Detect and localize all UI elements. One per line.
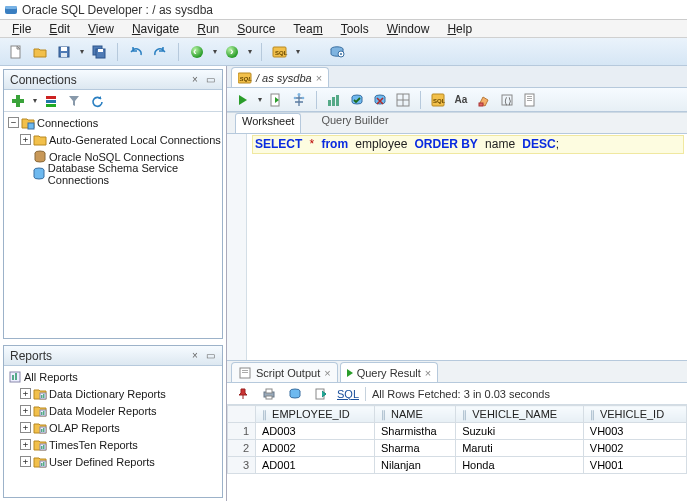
expand-icon[interactable]: + <box>20 134 31 145</box>
table-row[interactable]: 1AD003SharmisthaSuzukiVH003 <box>228 423 687 440</box>
sql-editor[interactable]: SELECT * from employee ORDER BY name DES… <box>227 134 687 361</box>
connections-root[interactable]: − Connections <box>4 114 222 131</box>
undo-button[interactable] <box>126 42 146 62</box>
fetch-button[interactable] <box>311 384 331 404</box>
cell[interactable]: Honda <box>456 457 584 474</box>
sql-worksheet-dropdown[interactable]: ▾ <box>294 42 301 62</box>
sql-link[interactable]: SQL <box>337 388 359 400</box>
menu-run[interactable]: Run <box>189 21 227 37</box>
column-handle-icon[interactable]: ∥ <box>381 409 388 420</box>
column-handle-icon[interactable]: ∥ <box>462 409 469 420</box>
expand-icon[interactable]: + <box>20 388 31 399</box>
pin-button[interactable] <box>233 384 253 404</box>
redo-button[interactable] <box>150 42 170 62</box>
new-connection-dropdown[interactable]: ▾ <box>31 91 38 111</box>
tab-query-builder[interactable]: Query Builder <box>315 113 394 133</box>
reports-item[interactable]: +Data Modeler Reports <box>4 402 222 419</box>
to-upper-button[interactable]: Aa <box>451 90 471 110</box>
row-num-header[interactable] <box>228 406 256 423</box>
menu-source[interactable]: Source <box>229 21 283 37</box>
print-button[interactable] <box>259 384 279 404</box>
unshared-button[interactable] <box>393 90 413 110</box>
tab-query-result[interactable]: Query Result × <box>340 362 439 382</box>
close-tab-icon[interactable]: × <box>316 72 322 84</box>
column-header[interactable]: ∥ EMPLOYEE_ID <box>256 406 375 423</box>
sql-history-button[interactable]: SQL <box>428 90 448 110</box>
results-grid[interactable]: ∥ EMPLOYEE_ID∥ NAME∥ VEHICLE_NAME∥ VEHIC… <box>227 405 687 501</box>
panel-min-icon[interactable]: ▭ <box>204 350 216 362</box>
table-row[interactable]: 2AD002SharmaMarutiVH002 <box>228 440 687 457</box>
forward-dropdown[interactable]: ▾ <box>246 42 253 62</box>
dba-button[interactable] <box>327 42 347 62</box>
autotrace-button[interactable] <box>324 90 344 110</box>
cell[interactable]: Sharmistha <box>375 423 456 440</box>
panel-close-icon[interactable]: × <box>189 74 201 86</box>
menu-window[interactable]: Window <box>379 21 438 37</box>
sql-code-line[interactable]: SELECT * from employee ORDER BY name DES… <box>253 136 683 153</box>
commit-button[interactable] <box>347 90 367 110</box>
conn-item-schema[interactable]: Database Schema Service Connections <box>4 165 222 182</box>
cell[interactable]: VH003 <box>583 423 686 440</box>
save-dropdown[interactable]: ▾ <box>78 42 85 62</box>
reports-tree[interactable]: All Reports +Data Dictionary Reports+Dat… <box>4 366 222 497</box>
column-handle-icon[interactable]: ∥ <box>590 409 597 420</box>
save-all-button[interactable] <box>89 42 109 62</box>
close-tab-icon[interactable]: × <box>425 367 431 379</box>
cell[interactable]: Maruti <box>456 440 584 457</box>
menu-edit[interactable]: Edit <box>41 21 78 37</box>
column-header[interactable]: ∥ VEHICLE_ID <box>583 406 686 423</box>
column-header[interactable]: ∥ NAME <box>375 406 456 423</box>
rollback-button[interactable] <box>370 90 390 110</box>
cell[interactable]: VH002 <box>583 440 686 457</box>
back-dropdown[interactable]: ▾ <box>211 42 218 62</box>
menu-file[interactable]: File <box>4 21 39 37</box>
cell[interactable]: AD001 <box>256 457 375 474</box>
reports-item[interactable]: +TimesTen Reports <box>4 436 222 453</box>
run-statement-button[interactable] <box>233 90 253 110</box>
tns-button[interactable] <box>41 91 61 111</box>
tab-worksheet[interactable]: Worksheet <box>235 113 301 133</box>
expand-icon[interactable]: + <box>20 439 31 450</box>
filter-button[interactable] <box>64 91 84 111</box>
menu-help[interactable]: Help <box>439 21 480 37</box>
panel-close-icon[interactable]: × <box>189 350 201 362</box>
reports-root[interactable]: All Reports <box>4 368 222 385</box>
expand-icon[interactable]: + <box>20 456 31 467</box>
run-script-button[interactable] <box>266 90 286 110</box>
conn-item-autogen[interactable]: + Auto-Generated Local Connections <box>4 131 222 148</box>
snippets-button[interactable]: ⟨⟩ <box>497 90 517 110</box>
column-handle-icon[interactable]: ∥ <box>262 409 269 420</box>
cell[interactable]: AD003 <box>256 423 375 440</box>
reports-item[interactable]: +Data Dictionary Reports <box>4 385 222 402</box>
open-button[interactable] <box>30 42 50 62</box>
cell[interactable]: AD002 <box>256 440 375 457</box>
export-button[interactable] <box>285 384 305 404</box>
menu-team[interactable]: Team <box>285 21 330 37</box>
expand-icon[interactable]: + <box>20 405 31 416</box>
menu-view[interactable]: View <box>80 21 122 37</box>
cell[interactable]: Sharma <box>375 440 456 457</box>
connections-tree[interactable]: − Connections + Auto-Generated Local Con… <box>4 112 222 338</box>
column-header[interactable]: ∥ VEHICLE_NAME <box>456 406 584 423</box>
table-row[interactable]: 3AD001NilanjanHondaVH001 <box>228 457 687 474</box>
explain-plan-button[interactable] <box>289 90 309 110</box>
reports-item[interactable]: +User Defined Reports <box>4 453 222 470</box>
new-connection-button[interactable] <box>8 91 28 111</box>
cell[interactable]: VH001 <box>583 457 686 474</box>
clear-button[interactable] <box>474 90 494 110</box>
tab-script-output[interactable]: Script Output × <box>231 362 338 382</box>
run-dropdown[interactable]: ▾ <box>256 90 263 110</box>
forward-button[interactable]: › <box>222 42 242 62</box>
reports-item[interactable]: +OLAP Reports <box>4 419 222 436</box>
cell[interactable]: Suzuki <box>456 423 584 440</box>
expand-icon[interactable]: + <box>20 422 31 433</box>
back-button[interactable]: ‹ <box>187 42 207 62</box>
close-tab-icon[interactable]: × <box>324 367 330 379</box>
results-table[interactable]: ∥ EMPLOYEE_ID∥ NAME∥ VEHICLE_NAME∥ VEHIC… <box>227 405 687 474</box>
save-button[interactable] <box>54 42 74 62</box>
new-button[interactable] <box>6 42 26 62</box>
sql-worksheet-button[interactable]: SQL <box>270 42 290 62</box>
cell[interactable]: Nilanjan <box>375 457 456 474</box>
panel-min-icon[interactable]: ▭ <box>204 74 216 86</box>
report-button[interactable] <box>520 90 540 110</box>
